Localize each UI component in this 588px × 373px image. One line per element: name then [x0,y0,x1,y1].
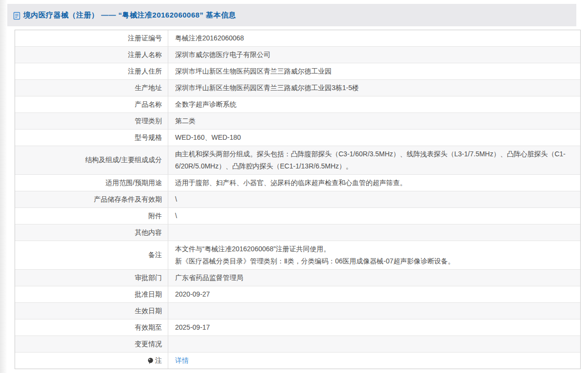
row-value [168,303,580,319]
row-label: 型号规格 [15,130,168,146]
row-label: 适用范围/预期用途 [15,175,168,191]
row-value: 广东省药品监督管理局 [168,270,580,286]
row-value: \ [168,208,580,224]
row-value: \ [168,191,580,207]
row-value: 深圳市坪山新区生物医药园区青兰三路威尔德工业园 [168,63,580,79]
table-row-note: 注 详情 [15,353,580,369]
row-value: 适用于腹部、妇产科、小器官、泌尿科的临床超声检查和心血管的超声筛查。 [168,175,580,191]
row-value: 2025-09-17 [168,319,580,336]
row-value [168,224,580,241]
page-left-shadow [0,0,7,373]
table-row-attachment: 附件 \ [15,208,580,224]
table-row-remark: 备注 本文件与“粤械注准20162060068”注册证共同使用。 新《医疗器械分… [15,241,580,270]
table-row-product-name: 产品名称 全数字超声诊断系统 [15,96,580,113]
table-row-model-spec: 型号规格 WED-160、WED-180 [15,130,580,146]
row-value: 第二类 [168,113,580,129]
row-value: 全数字超声诊断系统 [168,96,580,112]
row-label: 批准日期 [15,286,168,302]
row-value: 深圳市威尔德医疗电子有限公司 [168,47,580,63]
row-label: 注册证编号 [15,30,168,46]
table-row-intended-use: 适用范围/预期用途 适用于腹部、妇产科、小器官、泌尿科的临床超声检查和心血管的超… [15,175,580,191]
page-header: 境内医疗器械（注册） —— “粤械注准20162060068” 基本信息 [7,4,576,26]
table-row-registrant-name: 注册人名称 深圳市威尔德医疗电子有限公司 [15,47,580,63]
balloon-note-icon [147,357,154,365]
table-row-change-status: 变更情况 [15,336,580,353]
row-value: 深圳市坪山新区生物医药园区青兰三路威尔德工业园3栋1-5楼 [168,80,580,96]
table-row-management-class: 管理类别 第二类 [15,113,580,130]
table-row-reg-number: 注册证编号 粤械注准20162060068 [15,30,580,47]
row-value: 2020-09-27 [168,286,580,302]
row-label: 审批部门 [15,270,168,286]
note-label: 注 [155,356,162,365]
remark-line-1: 本文件与“粤械注准20162060068”注册证共同使用。 [175,243,455,255]
registration-info-table: 注册证编号 粤械注准20162060068 注册人名称 深圳市威尔德医疗电子有限… [15,30,581,369]
table-row-registrant-address: 注册人住所 深圳市坪山新区生物医药园区青兰三路威尔德工业园 [15,63,580,80]
table-row-effective-date: 生效日期 [15,303,580,319]
row-label: 变更情况 [15,336,168,352]
row-value: 由主机和探头两部分组成。探头包括：凸阵腹部探头（C3-1/60R/3.5MHz）… [168,146,580,174]
details-link[interactable]: 详情 [175,354,189,367]
row-value: 本文件与“粤械注准20162060068”注册证共同使用。 新《医疗器械分类目录… [168,241,580,269]
row-label: 注册人住所 [15,63,168,79]
row-label: 生效日期 [15,303,168,319]
row-label: 结构及组成/主要组成成分 [15,146,168,174]
document-icon [13,12,20,20]
row-label: 产品名称 [15,96,168,112]
remark-line-2: 新《医疗器械分类目录》管理类别：Ⅱ类，分类编码：06医用成像器械-07超声影像诊… [175,255,455,267]
table-row-expiry-date: 有效期至 2025-09-17 [15,319,580,336]
row-label: 生产地址 [15,80,168,96]
table-row-approval-department: 审批部门 广东省药品监督管理局 [15,270,580,286]
row-label: 注册人名称 [15,47,168,63]
row-label: 管理类别 [15,113,168,129]
row-value: WED-160、WED-180 [168,130,580,146]
table-row-approval-date: 批准日期 2020-09-27 [15,286,580,303]
row-label: 有效期至 [15,319,168,336]
table-row-composition: 结构及组成/主要组成成分 由主机和探头两部分组成。探头包括：凸阵腹部探头（C3-… [15,146,580,175]
row-label: 备注 [15,241,168,269]
table-row-other-content: 其他内容 [15,224,580,241]
table-row-storage-conditions: 产品储存条件及有效期 \ [15,191,580,208]
row-label: 产品储存条件及有效期 [15,191,168,207]
row-value: 详情 [168,353,580,369]
row-label: 其他内容 [15,224,168,241]
row-label: 注 [15,353,168,369]
page-title: 境内医疗器械（注册） —— “粤械注准20162060068” 基本信息 [23,11,236,20]
table-row-production-address: 生产地址 深圳市坪山新区生物医药园区青兰三路威尔德工业园3栋1-5楼 [15,80,580,96]
row-value: 粤械注准20162060068 [168,30,580,46]
row-label: 附件 [15,208,168,224]
row-value [168,336,580,352]
